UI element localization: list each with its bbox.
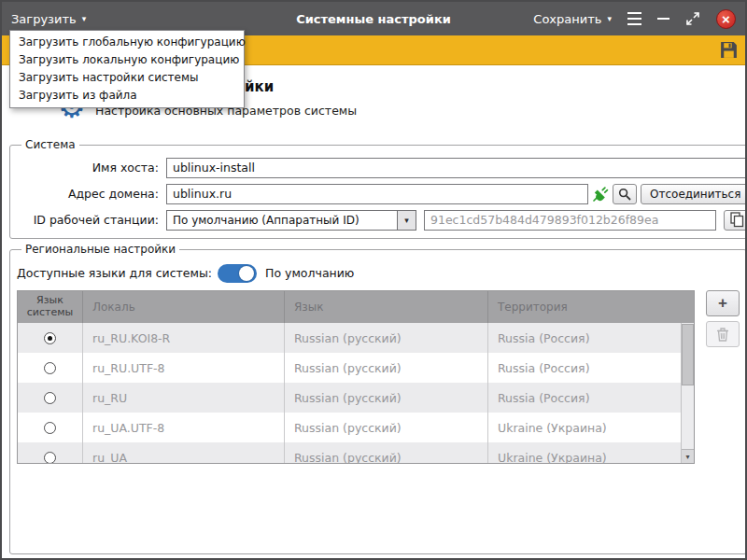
hostname-row: Имя хоста: xyxy=(17,156,747,179)
system-language-radio[interactable] xyxy=(44,332,56,344)
plus-icon: + xyxy=(718,294,727,313)
station-id-mode-select[interactable]: По умолчанию (Аппаратный ID) ▾ xyxy=(166,210,416,231)
table-row[interactable]: ru_UA.UTF-8Russian (русский)Ukraine (Укр… xyxy=(18,413,681,442)
table-row[interactable]: ru_RU.UTF-8Russian (русский)Russia (Росс… xyxy=(18,353,681,383)
maximize-button[interactable] xyxy=(685,11,700,26)
locale-table: Язык системы Локаль Язык Территория ru_R… xyxy=(17,290,695,464)
station-id-label: ID рабочей станции: xyxy=(17,213,159,227)
radio-cell xyxy=(18,353,83,383)
search-icon xyxy=(618,188,631,201)
titlebar-controls: Сохранить ▾ × xyxy=(533,9,736,29)
language-cell: Russian (русский) xyxy=(285,413,488,442)
menu-item-3[interactable]: Загрузить из файла xyxy=(10,87,244,105)
locale-table-zone: Язык системы Локаль Язык Территория ru_R… xyxy=(17,290,740,464)
toggle-value-label: По умолчанию xyxy=(265,266,354,280)
hamburger-icon xyxy=(627,12,641,14)
languages-toggle-row: Доступные языки для системы: По умолчани… xyxy=(17,261,740,285)
locale-cell: ru_UA xyxy=(83,442,285,463)
copy-icon xyxy=(730,212,744,228)
save-dropdown-button[interactable]: Сохранить ▾ xyxy=(533,12,612,26)
locale-table-body: ru_RU.KOI8-RRussian (русский)Russia (Рос… xyxy=(18,323,694,463)
territory-cell: Russia (Россия) xyxy=(488,383,681,413)
language-cell: Russian (русский) xyxy=(285,323,488,353)
territory-cell: Ukraine (Украина) xyxy=(488,413,681,442)
column-header-system-language[interactable]: Язык системы xyxy=(18,291,83,323)
minimize-icon xyxy=(657,18,669,20)
minimize-button[interactable] xyxy=(657,18,669,20)
locale-table-rows: ru_RU.KOI8-RRussian (русский)Russia (Рос… xyxy=(18,323,694,463)
system-language-radio[interactable] xyxy=(44,452,56,464)
language-cell: Russian (русский) xyxy=(285,383,488,413)
table-row[interactable]: ru_UARussian (русский)Ukraine (Украина) xyxy=(18,442,681,463)
chevron-down-icon: ▾ xyxy=(607,15,612,23)
language-cell: Russian (русский) xyxy=(285,442,488,463)
territory-cell: Russia (Россия) xyxy=(488,353,681,383)
radio-cell xyxy=(18,413,83,442)
table-row[interactable]: ru_RU.KOI8-RRussian (русский)Russia (Рос… xyxy=(18,323,681,353)
save-file-button[interactable] xyxy=(719,40,739,60)
station-id-row: ID рабочей станции: По умолчанию (Аппара… xyxy=(17,208,747,231)
radio-cell xyxy=(18,442,83,463)
station-id-value-field[interactable] xyxy=(424,210,716,231)
load-menu: Загрузить глобальную конфигурациюЗагрузи… xyxy=(9,30,245,108)
toggle-knob-icon xyxy=(239,266,254,281)
system-language-radio[interactable] xyxy=(44,362,56,374)
connected-plug-icon xyxy=(588,186,613,203)
menu-item-0[interactable]: Загрузить глобальную конфигурацию xyxy=(10,34,244,51)
table-side-buttons: + xyxy=(706,290,740,464)
domain-row: Адрес домена: Отсоединиться xyxy=(17,182,747,205)
menu-item-1[interactable]: Загрузить локальную конфигурацию xyxy=(10,51,244,69)
hostname-input[interactable] xyxy=(166,158,747,178)
delete-locale-button[interactable] xyxy=(706,321,740,347)
column-header-locale[interactable]: Локаль xyxy=(83,291,285,323)
system-group: Система Имя хоста: Адрес домена: xyxy=(9,138,747,239)
table-row[interactable]: ru_RURussian (русский)Russia (Россия) xyxy=(18,383,681,413)
scrollbar-thumb[interactable] xyxy=(682,324,694,385)
radio-cell xyxy=(18,383,83,413)
locale-cell: ru_RU.UTF-8 xyxy=(83,353,285,383)
territory-cell: Ukraine (Украина) xyxy=(488,442,681,463)
table-scrollbar[interactable]: ▾ xyxy=(681,323,694,463)
domain-label: Адрес домена: xyxy=(17,187,159,201)
diskette-icon xyxy=(719,40,739,60)
locale-cell: ru_UA.UTF-8 xyxy=(83,413,285,442)
languages-toggle[interactable] xyxy=(218,264,257,283)
chevron-down-icon: ▾ xyxy=(82,15,87,23)
close-button[interactable]: × xyxy=(716,9,736,29)
system-group-legend: Система xyxy=(21,138,79,151)
column-header-language[interactable]: Язык xyxy=(285,291,488,323)
languages-label: Доступные языки для системы: xyxy=(17,266,212,280)
load-dropdown-button[interactable]: Загрузить ▾ xyxy=(11,12,86,26)
menu-item-2[interactable]: Загрузить настройки системы xyxy=(10,69,244,87)
locale-cell: ru_RU xyxy=(83,383,285,413)
close-icon: × xyxy=(722,12,730,26)
system-language-radio[interactable] xyxy=(44,392,56,404)
radio-cell xyxy=(18,323,83,353)
trash-icon xyxy=(716,327,729,342)
chevron-down-icon: ▾ xyxy=(397,211,416,230)
locale-table-header: Язык системы Локаль Язык Территория xyxy=(18,291,694,323)
system-settings-window: Загрузить ▾ Системные настройки Сохранит… xyxy=(0,0,747,560)
domain-input[interactable] xyxy=(166,184,588,204)
load-dropdown-label: Загрузить xyxy=(11,12,77,26)
hostname-label: Имя хоста: xyxy=(17,161,159,175)
copy-id-button[interactable] xyxy=(724,210,747,231)
disconnect-button[interactable]: Отсоединиться xyxy=(641,184,747,204)
regional-group-legend: Региональные настройки xyxy=(21,243,179,256)
search-domain-button[interactable] xyxy=(613,184,637,204)
column-header-territory[interactable]: Территория xyxy=(488,291,694,323)
station-id-mode-value: По умолчанию (Аппаратный ID) xyxy=(167,214,397,227)
save-dropdown-label: Сохранить xyxy=(533,12,601,26)
scroll-down-button[interactable]: ▾ xyxy=(682,449,694,463)
system-language-radio[interactable] xyxy=(44,422,56,434)
locale-cell: ru_RU.KOI8-R xyxy=(83,323,285,353)
territory-cell: Russia (Россия) xyxy=(488,323,681,353)
add-locale-button[interactable]: + xyxy=(706,290,740,316)
language-cell: Russian (русский) xyxy=(285,353,488,383)
regional-group: Региональные настройки Доступные языки д… xyxy=(9,243,747,554)
expand-icon xyxy=(685,11,700,26)
menu-button[interactable] xyxy=(627,10,641,27)
